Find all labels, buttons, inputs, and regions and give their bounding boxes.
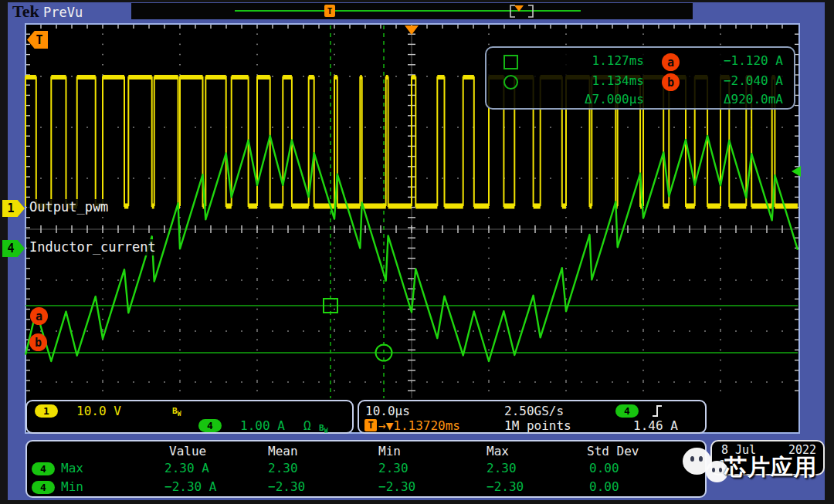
- cursor-delta-time: Δ7.000µs: [585, 92, 644, 107]
- cursor-a-badge: a: [30, 307, 48, 325]
- trigger-level: 1.46 A: [633, 418, 678, 433]
- cursor-b-value: −2.040 A: [724, 73, 783, 89]
- meas-cell: 2.30: [486, 461, 517, 476]
- horizontal-status-box: 10.0µs 2.50GS/s 4 T →▼1.13720ms 1M point…: [358, 400, 707, 434]
- measurement-table: Value Mean Min Max Std Dev 4Max2.30 A2.3…: [25, 440, 707, 498]
- ch1-scale: 10.0 V: [76, 404, 121, 418]
- ch4-waveform-label: Inductor_current: [27, 239, 158, 255]
- trigger-source-badge: 4: [615, 404, 639, 418]
- meas-header-value: Value: [169, 444, 206, 458]
- cursor-b-time: 1.134ms: [592, 73, 644, 89]
- ch1-status-badge: 1: [35, 404, 58, 418]
- cursor-readout-box: 1.127ms 1.134ms Δ7.000µs a b −1.120 A −2…: [485, 46, 795, 110]
- meas-cell: −2.30: [378, 479, 415, 495]
- cursor-a-value: −1.120 A: [724, 53, 783, 69]
- trigger-delay-icon: T: [364, 419, 377, 431]
- ch4-bandwidth-icon: BW: [319, 421, 327, 439]
- trigger-delay: →▼1.13720ms: [378, 418, 460, 433]
- meas-cell: −2.30 A: [164, 479, 216, 495]
- trigger-level-icon: [792, 166, 801, 177]
- oscilloscope-screen: Tek PreVu T T 1 4 Output_pwm Inductor_cu…: [0, 0, 834, 504]
- cursor-b-readout-badge: b: [662, 73, 680, 91]
- acquisition-mode-label: PreVu: [43, 5, 83, 20]
- ch4-scale: 1.00 A: [240, 418, 285, 434]
- cursor-a-readout-badge: a: [662, 53, 680, 71]
- ch4-coupling-icon: Ω: [303, 418, 311, 434]
- ch1-waveform-label: Output_pwm: [27, 199, 110, 215]
- meas-cell: −2.30: [486, 479, 524, 495]
- meas-cell: 0.00: [589, 461, 619, 476]
- meas-row-channel-badge: 4: [32, 462, 55, 475]
- meas-header-max: Max: [486, 444, 509, 458]
- meas-row-channel-badge: 4: [32, 481, 55, 494]
- timebase: 10.0µs: [365, 404, 410, 418]
- cursor-a-square-icon: [503, 55, 518, 69]
- meas-row-name: Min: [61, 479, 83, 495]
- ch4-status-badge: 4: [198, 419, 222, 432]
- watermark: 芯片应用: [678, 441, 832, 489]
- meas-cell: 2.30 A: [164, 461, 209, 476]
- tek-logo: Tek: [12, 3, 39, 20]
- meas-row-name: Max: [61, 461, 83, 476]
- meas-cell: 0.00: [589, 479, 619, 495]
- cursor-b-circle-icon: [503, 75, 518, 90]
- meas-header-stddev: Std Dev: [587, 444, 639, 458]
- cursor-a-time: 1.127ms: [592, 53, 644, 69]
- channel-status-box: 1 10.0 V BW 4 1.00 A Ω BW: [25, 400, 354, 434]
- overview-trigger-icon: T: [324, 5, 335, 17]
- trigger-slope-icon: [651, 404, 663, 418]
- meas-header-mean: Mean: [268, 444, 298, 458]
- overview-window-marker-icon: [514, 5, 524, 12]
- trigger-position-icon: [405, 25, 419, 35]
- meas-cell: 2.30: [378, 461, 409, 476]
- meas-cell: −2.30: [268, 479, 305, 495]
- sample-rate: 2.50GS/s: [504, 404, 564, 418]
- ch1-bandwidth-icon: BW: [172, 406, 181, 418]
- meas-header-min: Min: [378, 444, 401, 458]
- watermark-text: 芯片应用: [724, 452, 817, 483]
- cursor-delta-value: Δ920.0mA: [724, 92, 783, 107]
- meas-cell: 2.30: [268, 461, 298, 476]
- record-length: 1M points: [504, 418, 571, 433]
- cursor-b-badge: b: [29, 333, 47, 351]
